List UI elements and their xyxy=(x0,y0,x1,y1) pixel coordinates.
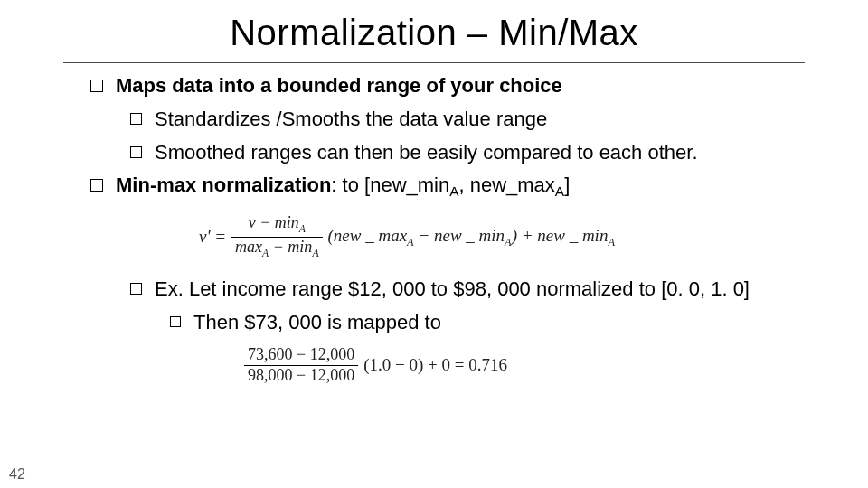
bullet-item: Standardizes /Smooths the data value ran… xyxy=(130,106,823,134)
subscript: A xyxy=(505,236,512,249)
bullet-text: Min-max normalization: to [new_minA, new… xyxy=(116,172,570,202)
bullet-text: Maps data into a bounded range of your c… xyxy=(116,72,562,100)
subscript: A xyxy=(555,184,564,200)
page-number: 42 xyxy=(9,466,25,483)
text: max xyxy=(235,238,262,256)
fraction: v − minA maxA − minA xyxy=(231,214,322,259)
square-bullet-icon xyxy=(170,316,181,327)
text: v − min xyxy=(249,213,299,231)
formula-rhs: (new _ maxA − new _ minA) + new _ minA xyxy=(328,224,615,250)
text: − new _ min xyxy=(414,226,505,245)
subscript: A xyxy=(449,184,458,200)
subscript: A xyxy=(608,236,615,249)
slide: Normalization – Min/Max Maps data into a… xyxy=(0,0,868,488)
formula-rhs: (1.0 − 0) + 0 = 0.716 xyxy=(363,353,507,378)
text: , new_max xyxy=(458,174,554,196)
text: ] xyxy=(564,174,570,196)
slide-body: Maps data into a bounded range of your c… xyxy=(0,63,868,384)
bullet-item: Maps data into a bounded range of your c… xyxy=(90,72,823,100)
bullet-text: Ex. Let income range $12, 000 to $98, 00… xyxy=(155,276,750,304)
subscript: A xyxy=(312,247,318,258)
bullet-text: Smoothed ranges can then be easily compa… xyxy=(155,139,698,167)
square-bullet-icon xyxy=(130,146,142,158)
formula-example: 73,600 − 12,000 98,000 − 12,000 (1.0 − 0… xyxy=(244,346,823,385)
formula-minmax: v' = v − minA maxA − minA (new _ maxA − … xyxy=(199,214,823,259)
denominator: 98,000 − 12,000 xyxy=(244,365,358,385)
square-bullet-icon xyxy=(130,283,142,295)
text: − min xyxy=(269,238,312,256)
formula-lhs: v' = xyxy=(199,225,226,249)
text: ) + new _ min xyxy=(512,226,609,245)
subscript: A xyxy=(407,236,414,249)
bullet-item: Min-max normalization: to [new_minA, new… xyxy=(90,172,823,202)
bullet-item: Ex. Let income range $12, 000 to $98, 00… xyxy=(130,276,823,304)
numerator: v − minA xyxy=(245,214,309,236)
bullet-item: Smoothed ranges can then be easily compa… xyxy=(130,139,823,167)
square-bullet-icon xyxy=(90,80,103,92)
square-bullet-icon xyxy=(130,113,142,125)
square-bullet-icon xyxy=(90,179,103,192)
bullet-text: Then $73, 000 is mapped to xyxy=(193,309,441,337)
spacer xyxy=(90,263,823,270)
fraction: 73,600 − 12,000 98,000 − 12,000 xyxy=(244,346,358,385)
denominator: maxA − minA xyxy=(231,237,322,259)
bullet-text: Standardizes /Smooths the data value ran… xyxy=(155,106,547,134)
text: : to [new_min xyxy=(331,174,449,196)
text-bold: Min-max normalization xyxy=(116,174,331,196)
text: (new _ max xyxy=(328,226,408,245)
numerator: 73,600 − 12,000 xyxy=(244,346,358,365)
bullet-item: Then $73, 000 is mapped to xyxy=(170,309,823,337)
slide-title: Normalization – Min/Max xyxy=(0,0,868,53)
subscript: A xyxy=(299,223,306,235)
